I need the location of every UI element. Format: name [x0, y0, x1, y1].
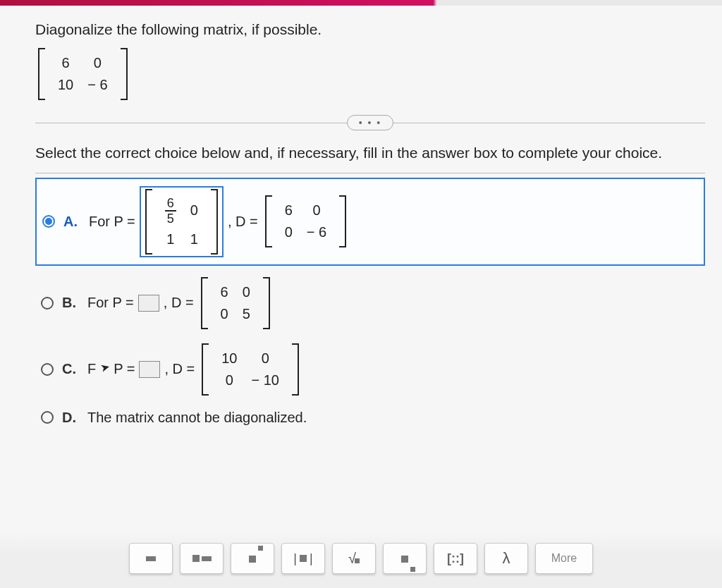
- choice-c-d-matrix: 10 0 0 − 10: [202, 343, 299, 396]
- choice-label: B.: [62, 295, 79, 311]
- choice-a[interactable]: A. For P = 65 0: [35, 178, 705, 266]
- answer-input-p[interactable]: 65 0 1 1: [140, 186, 224, 257]
- choice-d[interactable]: D. The matrix cannot be diagonalized.: [35, 403, 705, 433]
- choice-instruction: Select the correct choice below and, if …: [35, 145, 705, 161]
- matrix-cell: 10: [51, 74, 80, 96]
- palette-exponent-button[interactable]: [231, 543, 274, 574]
- radio-a[interactable]: [42, 215, 55, 228]
- radio-d[interactable]: [41, 411, 54, 424]
- choice-c-lead-tail: P =: [114, 361, 135, 377]
- palette-absolute-value-button[interactable]: ||: [281, 543, 325, 574]
- choice-label: C.: [62, 361, 79, 377]
- radio-b[interactable]: [41, 297, 54, 310]
- answer-input-empty[interactable]: [139, 361, 160, 378]
- choice-d-text: The matrix cannot be diagonalized.: [87, 410, 307, 426]
- palette-lambda-button[interactable]: λ: [484, 543, 528, 574]
- matrix-cell: 1: [183, 228, 205, 250]
- choice-list: A. For P = 65 0: [35, 173, 705, 433]
- matrix-cell: 0: [244, 348, 286, 369]
- choice-b[interactable]: B. For P = , D = 6 0 0 5: [35, 270, 705, 336]
- matrix-cell: 0: [278, 221, 300, 243]
- matrix-cell: 65: [158, 193, 183, 228]
- matrix-cell: − 6: [300, 221, 334, 243]
- math-palette: || √ [::] λ More: [0, 532, 722, 588]
- palette-more-button[interactable]: More: [535, 543, 593, 574]
- choice-b-mid: , D =: [164, 295, 194, 311]
- matrix-cell: 1: [158, 228, 183, 250]
- choice-c[interactable]: C. F➤P = , D = 10 0 0 − 10: [35, 336, 705, 403]
- matrix-cell: 6: [278, 200, 300, 221]
- palette-sqrt-button[interactable]: √: [332, 543, 376, 574]
- matrix-cell: − 10: [244, 369, 286, 391]
- choice-b-d-matrix: 6 0 0 5: [201, 277, 270, 329]
- choice-a-mid: , D =: [228, 214, 258, 230]
- choice-label: A.: [63, 214, 80, 230]
- palette-matrix-button[interactable]: [::]: [434, 543, 477, 574]
- choice-c-lead-f: F: [87, 361, 96, 377]
- matrix-cell: 0: [214, 303, 235, 325]
- question-area: Diagonalize the following matrix, if pos…: [0, 6, 722, 433]
- expand-button[interactable]: • • •: [347, 115, 393, 130]
- question-prompt: Diagonalize the following matrix, if pos…: [35, 21, 705, 38]
- more-label: More: [551, 552, 577, 565]
- matrix-cell: 0: [235, 281, 257, 303]
- answer-input-empty[interactable]: [138, 295, 159, 312]
- matrix-cell: 6: [51, 52, 80, 74]
- window-top-accent: [0, 0, 722, 6]
- matrix-cell: 0: [183, 193, 205, 228]
- palette-subscript-button[interactable]: [383, 543, 427, 574]
- given-matrix: 6 0 10 − 6: [38, 48, 128, 100]
- palette-mixed-number-button[interactable]: [180, 543, 224, 574]
- matrix-icon: [::]: [447, 551, 464, 566]
- radio-c[interactable]: [41, 363, 54, 376]
- matrix-cell: 0: [300, 200, 334, 221]
- choice-label: D.: [62, 410, 79, 426]
- matrix-cell: 0: [80, 52, 114, 74]
- palette-fraction-button[interactable]: [129, 543, 173, 574]
- matrix-cell: 5: [235, 303, 257, 325]
- choice-b-lead: For P =: [87, 295, 134, 311]
- choice-a-d-matrix: 6 0 0 − 6: [265, 195, 346, 247]
- lambda-icon: λ: [503, 549, 510, 568]
- matrix-cell: 0: [214, 369, 244, 391]
- matrix-cell: 6: [214, 281, 235, 303]
- choice-c-mid: , D =: [164, 361, 195, 377]
- matrix-cell: − 6: [80, 74, 114, 96]
- cursor-icon: ➤: [99, 360, 111, 376]
- choice-a-lead: For P =: [89, 214, 135, 230]
- matrix-cell: 10: [214, 348, 244, 369]
